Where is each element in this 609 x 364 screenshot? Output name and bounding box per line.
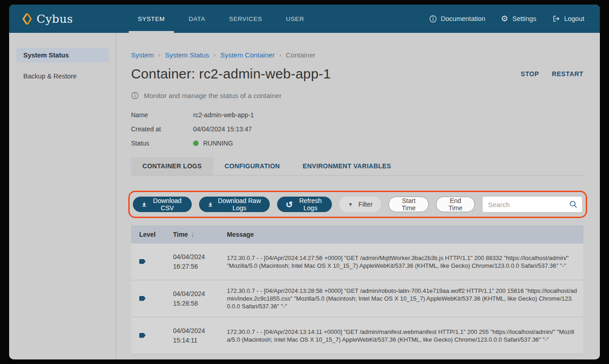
search-input[interactable] xyxy=(488,201,569,208)
breadcrumb-separator: › xyxy=(158,52,160,58)
log-table-row[interactable]: 04/04/202416:27:56 172.30.0.7 - - [04/Ap… xyxy=(131,244,583,281)
tab-container-logs[interactable]: CONTAINER LOGS xyxy=(131,157,213,175)
logout-button[interactable]: Logout xyxy=(552,15,584,23)
logs-table: Level Time↓ Message 04/04/202416:27:56 1… xyxy=(131,225,583,354)
refresh-icon: ↺ xyxy=(286,200,293,209)
info-icon xyxy=(131,92,139,99)
download-raw-logs-label: Download Raw Logs xyxy=(218,197,261,212)
top-navbar: Cybus SYSTEM DATA SERVICES USER Document… xyxy=(9,5,600,33)
container-details: Name rc2-admin-web-app-1 Created at 04/0… xyxy=(131,111,583,147)
log-level-tag-icon xyxy=(139,259,146,264)
download-csv-label: Download CSV xyxy=(152,197,184,212)
breadcrumb-link-system-container[interactable]: System Container xyxy=(220,51,274,59)
cybus-logo-icon xyxy=(22,13,32,25)
logs-toolbar-highlight-annotation: Download CSV Download Raw Logs ↺ Refresh… xyxy=(128,191,587,218)
end-time-button[interactable]: End Time xyxy=(436,197,475,212)
sidebar: System Status Backup & Restore xyxy=(9,33,116,359)
log-time: 04/04/202415:28:58 xyxy=(173,289,227,308)
breadcrumb-link-system-status[interactable]: System Status xyxy=(165,51,209,59)
content-area: System › System Status › System Containe… xyxy=(116,33,600,359)
created-at-label: Created at xyxy=(131,125,193,133)
detail-tabs: CONTAINER LOGS CONFIGURATION ENVIRONMENT… xyxy=(131,157,583,176)
page-subtitle: Monitor and manage the status of a conta… xyxy=(144,92,282,99)
log-table-row[interactable]: 04/04/202415:28:58 172.30.0.7 - - [04/Ap… xyxy=(131,281,583,317)
nav-actions: Documentation ⚙ Settings Logout xyxy=(429,5,600,33)
breadcrumb-separator: › xyxy=(279,52,281,58)
sort-down-icon: ↓ xyxy=(191,231,194,238)
nav-item-system[interactable]: SYSTEM xyxy=(126,5,177,33)
settings-button[interactable]: ⚙ Settings xyxy=(501,15,536,23)
name-value: rc2-admin-web-app-1 xyxy=(193,111,254,119)
log-time: 04/04/202415:14:11 xyxy=(173,326,227,345)
column-header-message: Message xyxy=(227,231,583,238)
table-header: Level Time↓ Message xyxy=(131,225,583,244)
logout-icon xyxy=(552,15,560,23)
table-body: 04/04/202416:27:56 172.30.0.7 - - [04/Ap… xyxy=(131,244,583,354)
status-label: Status xyxy=(131,140,193,147)
restart-button[interactable]: RESTART xyxy=(552,70,583,78)
created-at-value: 04/04/2024 15:13:47 xyxy=(193,125,252,133)
page-title: Container: rc2-admin-web-app-1 xyxy=(131,66,331,82)
breadcrumb-separator: › xyxy=(214,52,215,58)
name-label: Name xyxy=(131,111,193,119)
download-csv-button[interactable]: Download CSV xyxy=(133,197,192,212)
nav-item-data[interactable]: DATA xyxy=(177,5,217,33)
tab-configuration[interactable]: CONFIGURATION xyxy=(213,157,291,175)
settings-label: Settings xyxy=(512,15,536,22)
filter-label: Filter xyxy=(358,201,373,208)
main-nav: SYSTEM DATA SERVICES USER xyxy=(126,5,316,33)
start-time-button[interactable]: Start Time xyxy=(388,197,429,212)
nav-item-services[interactable]: SERVICES xyxy=(217,5,274,33)
search-box xyxy=(482,196,583,213)
documentation-label: Documentation xyxy=(441,15,486,22)
app-window: Cybus SYSTEM DATA SERVICES USER Document… xyxy=(9,5,600,359)
info-icon xyxy=(429,15,437,23)
breadcrumb-link-system[interactable]: System xyxy=(131,51,154,59)
download-raw-logs-button[interactable]: Download Raw Logs xyxy=(199,197,270,212)
search-icon[interactable] xyxy=(569,200,578,208)
brand-logo[interactable]: Cybus xyxy=(9,5,126,33)
log-table-row[interactable]: 04/04/202415:14:11 172.30.0.7 - - [04/Ap… xyxy=(131,317,583,354)
brand-name: Cybus xyxy=(37,12,73,26)
refresh-logs-button[interactable]: ↺ Refresh Logs xyxy=(277,197,332,212)
breadcrumb-current: Container xyxy=(286,51,315,59)
log-message: 172.30.0.7 - - [04/Apr/2024:14:27:56 +00… xyxy=(227,254,583,270)
tab-environment-variables[interactable]: ENVIRONMENT VARIABLES xyxy=(291,157,403,175)
status-running-dot xyxy=(193,140,199,146)
download-icon xyxy=(208,201,213,208)
log-level-tag-icon xyxy=(139,333,146,338)
refresh-logs-label: Refresh Logs xyxy=(298,197,323,212)
stop-button[interactable]: STOP xyxy=(520,70,539,78)
sidebar-item-backup-restore[interactable]: Backup & Restore xyxy=(16,69,109,83)
log-message: 172.30.0.7 - - [04/Apr/2024:13:14:11 +00… xyxy=(227,328,583,343)
log-level-tag-icon xyxy=(139,296,146,301)
breadcrumb: System › System Status › System Containe… xyxy=(131,51,583,59)
chevron-down-icon: ▼ xyxy=(348,202,353,207)
gear-icon: ⚙ xyxy=(501,15,508,23)
log-message: 172.30.0.7 - - [04/Apr/2024:13:28:58 +00… xyxy=(227,287,583,310)
sidebar-item-system-status[interactable]: System Status xyxy=(16,48,109,62)
status-value: RUNNING xyxy=(203,140,233,147)
column-header-level: Level xyxy=(131,231,173,238)
filter-dropdown[interactable]: ▼ Filter xyxy=(339,197,381,212)
nav-item-user[interactable]: USER xyxy=(274,5,316,33)
column-header-time[interactable]: Time↓ xyxy=(173,230,227,239)
documentation-button[interactable]: Documentation xyxy=(429,15,486,23)
logout-label: Logout xyxy=(564,15,584,22)
log-time: 04/04/202416:27:56 xyxy=(173,252,227,271)
download-icon xyxy=(142,201,147,208)
